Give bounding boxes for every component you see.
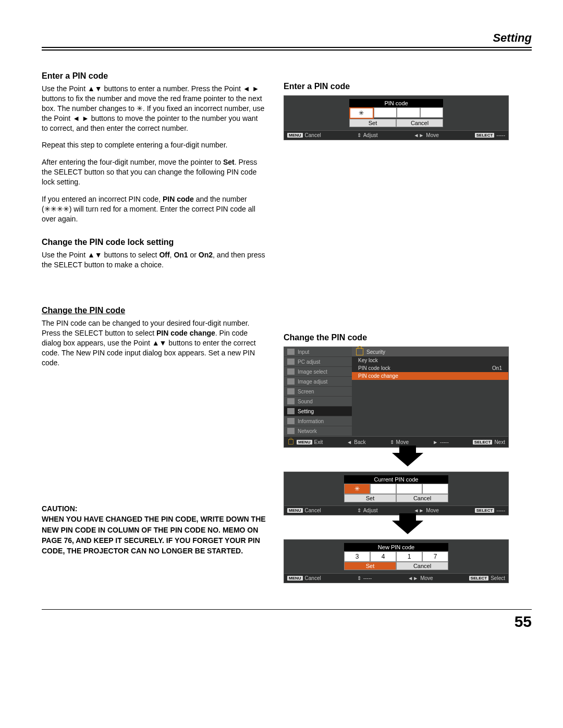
menu-item-image-select[interactable]: Image select — [284, 367, 352, 377]
cancel-button[interactable]: Cancel — [396, 119, 443, 127]
heading-change-pin: Change the PIN code — [42, 306, 266, 315]
sound-icon — [287, 398, 295, 404]
set-button[interactable]: Set — [344, 494, 396, 502]
osd-new-pin: New PIN code 3 4 1 7 Set Cancel MENUCanc… — [284, 539, 509, 583]
menu-item-input[interactable]: Input — [284, 347, 352, 357]
row-pin-code-lock[interactable]: PIN code lockOn1 — [352, 364, 508, 372]
leftright-icon: ◄► — [408, 575, 418, 581]
menu-tag-icon: MENU — [287, 576, 303, 581]
nav-bar-new: MENUCancel ⇕----- ◄►Move SELECTSelect — [284, 573, 508, 583]
lock-icon — [288, 439, 293, 445]
menu-item-sound[interactable]: Sound — [284, 397, 352, 406]
select-tag-icon: SELECT — [475, 133, 495, 138]
screen-icon — [287, 388, 295, 394]
select-tag-icon: SELECT — [475, 508, 495, 513]
network-icon — [287, 428, 295, 434]
security-header: Security — [352, 347, 508, 356]
header-rule — [42, 47, 532, 51]
osd-enter-pin: PIN code ✳ Set Cancel MENUCancel ⇕Adjust… — [284, 95, 509, 140]
heading-change-pin-osd: Change the PIN code — [284, 333, 532, 342]
setting-icon — [287, 408, 295, 414]
back-icon: ◄ — [347, 439, 352, 445]
cur-pin-digit-2[interactable] — [370, 484, 396, 494]
pin-digit-4[interactable] — [420, 107, 444, 118]
para-change-lock: Use the Point ▲▼ buttons to select Off, … — [42, 250, 266, 270]
image-select-icon — [287, 368, 295, 375]
image-adjust-icon — [287, 378, 295, 385]
caution-label: CAUTION: — [42, 503, 266, 514]
next-icon: ► — [433, 439, 438, 445]
leftright-icon: ◄► — [414, 508, 424, 513]
osd-current-pin: Current PIN code ✳ Set Cancel MENUCancel… — [284, 472, 509, 515]
menu-sidebar: Input PC adjust Image select Image adjus… — [284, 347, 352, 436]
pin-digit-3[interactable] — [397, 107, 420, 118]
menu-item-network[interactable]: Network — [284, 426, 352, 436]
menu-item-image-adjust[interactable]: Image adjust — [284, 377, 352, 387]
menu-tag-icon: MENU — [287, 133, 303, 138]
input-icon — [287, 349, 295, 355]
para-enter-pin-1: Use the Point ▲▼ buttons to enter a numb… — [42, 84, 266, 133]
caution-block: CAUTION: WHEN YOU HAVE CHANGED THE PIN C… — [42, 503, 266, 556]
cur-pin-digit-1[interactable]: ✳ — [344, 484, 370, 494]
leftright-icon: ◄► — [414, 132, 424, 138]
new-pin-title: New PIN code — [344, 543, 448, 551]
caution-body: WHEN YOU HAVE CHANGED THE PIN CODE, WRIT… — [42, 514, 266, 556]
heading-change-lock: Change the PIN code lock setting — [42, 238, 266, 247]
pin-boxes: ✳ — [349, 107, 443, 119]
new-pin-digit-4[interactable]: 7 — [422, 551, 448, 562]
updown-icon: ⇕ — [357, 132, 361, 138]
cancel-button[interactable]: Cancel — [396, 562, 448, 570]
updown-icon: ⇕ — [357, 508, 361, 513]
set-button[interactable]: Set — [344, 562, 396, 570]
lock-icon — [356, 348, 363, 355]
para-enter-pin-2: Repeat this step to complete entering a … — [42, 140, 266, 150]
updown-icon: ⇕ — [357, 575, 361, 581]
cur-pin-digit-4[interactable] — [422, 484, 448, 494]
cur-pin-digit-3[interactable] — [396, 484, 422, 494]
heading-enter-pin: Enter a PIN code — [42, 71, 266, 81]
row-key-lock[interactable]: Key lock — [352, 356, 508, 364]
pin-title: PIN code — [349, 99, 443, 107]
pin-digit-2[interactable] — [374, 107, 397, 118]
nav-bar-current: MENUCancel ⇕Adjust ◄►Move SELECT----- — [284, 505, 508, 515]
right-column: Enter a PIN code PIN code ✳ Set Cancel M… — [284, 71, 532, 583]
set-button[interactable]: Set — [349, 119, 396, 127]
menu-item-setting[interactable]: Setting — [284, 406, 352, 416]
header-section: Setting — [42, 31, 532, 45]
cancel-button[interactable]: Cancel — [396, 494, 448, 502]
select-tag-icon: SELECT — [469, 576, 489, 581]
new-pin-digit-2[interactable]: 4 — [370, 551, 396, 562]
nav-bar: MENUCancel ⇕Adjust ◄►Move SELECT----- — [284, 130, 508, 140]
menu-item-screen[interactable]: Screen — [284, 387, 352, 397]
menu-main-panel: Security Key lock PIN code lockOn1 PIN c… — [352, 347, 508, 436]
page-number: 55 — [42, 613, 532, 631]
arrow-down-icon — [392, 453, 423, 466]
select-tag-icon: SELECT — [473, 440, 493, 445]
menu-item-information[interactable]: Information — [284, 416, 352, 426]
para-change-pin: The PIN code can be changed to your desi… — [42, 318, 266, 367]
row-pin-code-change[interactable]: PIN code change — [352, 372, 508, 380]
nav-bar-menu: MENUExit ◄Back ⇕Move ►----- SELECTNext — [284, 436, 508, 447]
menu-tag-icon: MENU — [297, 440, 312, 445]
pin-digit-1[interactable]: ✳ — [349, 107, 374, 119]
osd-menu: Input PC adjust Image select Image adjus… — [284, 347, 509, 448]
updown-icon: ⇕ — [390, 439, 394, 445]
menu-item-pc-adjust[interactable]: PC adjust — [284, 357, 352, 367]
para-enter-pin-3: After entering the four-digit number, mo… — [42, 157, 266, 187]
para-enter-pin-4: If you entered an incorrect PIN code, PI… — [42, 194, 266, 224]
left-column: Enter a PIN code Use the Point ▲▼ button… — [42, 71, 266, 583]
information-icon — [287, 418, 295, 424]
menu-tag-icon: MENU — [287, 508, 303, 513]
arrow-down-icon — [392, 521, 423, 534]
current-pin-title: Current PIN code — [344, 475, 448, 484]
new-pin-digit-3[interactable]: 1 — [396, 551, 422, 562]
heading-enter-pin-osd: Enter a PIN code — [284, 82, 532, 91]
pc-adjust-icon — [287, 359, 295, 365]
footer-rule — [42, 609, 532, 610]
new-pin-digit-1[interactable]: 3 — [344, 551, 370, 562]
